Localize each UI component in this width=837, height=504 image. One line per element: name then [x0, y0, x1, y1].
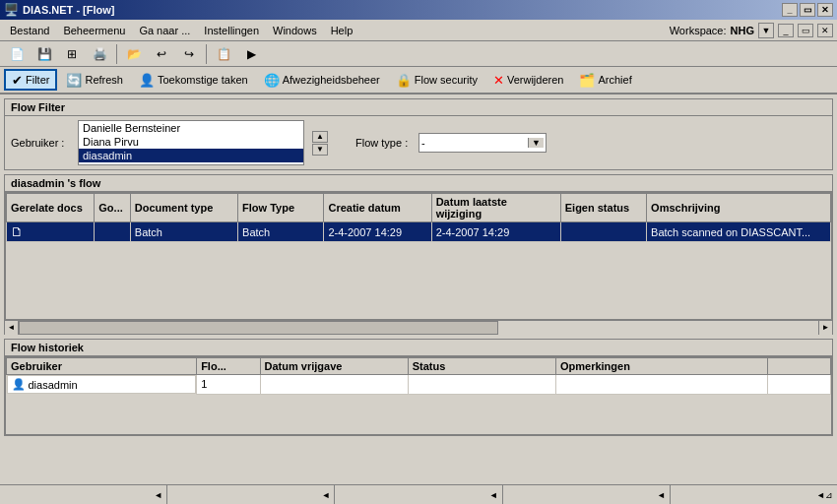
hist-col-status[interactable]: Status: [408, 358, 555, 375]
afwezigheid-label: Afwezigheidsbeheer: [283, 74, 380, 86]
history-header-row: Gebruiker Flo... Datum vrijgave Status O…: [7, 358, 831, 375]
hist-cell-flo: 1: [197, 375, 260, 395]
archief-icon: 🗂️: [579, 73, 595, 88]
hist-col-flo[interactable]: Flo...: [197, 358, 260, 375]
flow-security-icon: 🔒: [396, 73, 412, 88]
cell-omschrijving: Batch scanned on DIASSCANT...: [647, 222, 831, 242]
col-document-type[interactable]: Document type: [130, 194, 237, 222]
archief-button[interactable]: 🗂️ Archief: [572, 69, 638, 91]
filter-button[interactable]: ✔ Filter: [4, 69, 57, 91]
toolbar-forward[interactable]: ↪: [176, 43, 202, 65]
hscroll-left[interactable]: ◄: [5, 321, 19, 335]
user-option-2[interactable]: diasadmin: [79, 149, 303, 162]
history-header: Flow historiek: [5, 340, 832, 356]
scroll-down-button[interactable]: ▼: [312, 144, 328, 156]
flow-type-arrow: ▼: [528, 138, 544, 148]
hist-cell-datum: [260, 375, 408, 395]
restore-button[interactable]: ▭: [800, 3, 815, 17]
status-seg-5[interactable]: ◄ ⊿: [671, 485, 837, 504]
afwezigheid-icon: 🌐: [264, 73, 280, 88]
menu-windows[interactable]: Windows: [267, 23, 323, 38]
status-bar: ◄ ◄ ◄ ◄ ◄ ⊿: [0, 484, 837, 504]
menu-restore-button[interactable]: ▭: [798, 24, 813, 37]
col-flow-type[interactable]: Flow Type: [238, 194, 324, 222]
hist-cell-opmerkingen: [555, 375, 767, 395]
menu-bar: Bestand Beheermenu Ga naar ... Instellin…: [0, 20, 837, 41]
toekomstige-label: Toekomstige taken: [158, 74, 248, 86]
cell-go: [95, 222, 131, 242]
title-bar: 🖥️ DIAS.NET - [Flow] _ ▭ ✕: [0, 0, 837, 20]
verwijderen-button[interactable]: ✕ Verwijderen: [486, 69, 570, 91]
workspace-value: NHG: [731, 25, 754, 36]
menu-instellingen[interactable]: Instellingen: [198, 23, 265, 38]
toolbar-new[interactable]: 📄: [4, 43, 30, 65]
col-go[interactable]: Go...: [95, 194, 131, 222]
hist-cell-status: [408, 375, 555, 395]
hist-col-opmerkingen[interactable]: Opmerkingen: [555, 358, 767, 375]
menu-beheermenu[interactable]: Beheermenu: [57, 23, 131, 38]
refresh-label: Refresh: [85, 74, 123, 86]
flow-type-select[interactable]: - ▼: [418, 133, 547, 153]
status-arrow-4: ◄: [657, 490, 666, 500]
toolbar-print[interactable]: 🖨️: [87, 43, 112, 65]
menu-help[interactable]: Help: [325, 23, 359, 38]
menu-ga-naar[interactable]: Ga naar ...: [133, 23, 196, 38]
hscroll-thumb[interactable]: [19, 321, 498, 335]
gebruiker-select[interactable]: Danielle Bernsteiner Diana Pirvu diasadm…: [78, 120, 304, 165]
menu-close-button[interactable]: ✕: [817, 24, 833, 37]
hist-col-extra[interactable]: [767, 358, 830, 375]
hscroll-track[interactable]: [19, 321, 818, 335]
filter-icon: ✔: [12, 73, 23, 88]
status-seg-2[interactable]: ◄: [167, 485, 335, 504]
table-hscroll[interactable]: ◄ ►: [5, 320, 832, 334]
user-option-1[interactable]: Diana Pirvu: [79, 135, 303, 149]
flow-table-wrapper[interactable]: Gerelate docs Go... Document type Flow T…: [5, 192, 832, 320]
menu-minimize-button[interactable]: _: [778, 24, 794, 37]
hscroll-right[interactable]: ►: [818, 321, 832, 335]
refresh-button[interactable]: 🔄 Refresh: [59, 69, 130, 91]
history-row[interactable]: 👤 diasadmin 1: [7, 375, 831, 395]
archief-label: Archief: [598, 74, 631, 86]
flow-type-value: -: [421, 137, 425, 149]
filter-panel-header: Flow Filter: [5, 99, 832, 116]
col-creatie-datum[interactable]: Creatie datum: [324, 194, 431, 222]
status-seg-3[interactable]: ◄: [335, 485, 502, 504]
col-gerelate[interactable]: Gerelate docs: [7, 194, 95, 222]
toekomstige-button[interactable]: 👤 Toekomstige taken: [132, 69, 255, 91]
toolbar-open[interactable]: 📂: [121, 43, 147, 65]
toolbar: 📄 💾 ⊞ 🖨️ 📂 ↩ ↪ 📋 ▶: [0, 41, 837, 67]
col-eigen-status[interactable]: Eigen status: [560, 194, 646, 222]
toolbar-save[interactable]: 💾: [32, 43, 57, 65]
history-table: Gebruiker Flo... Datum vrijgave Status O…: [6, 357, 831, 395]
hist-col-gebruiker[interactable]: Gebruiker: [7, 358, 197, 375]
col-datum-laatste[interactable]: Datum laatstewijziging: [431, 194, 560, 222]
workspace-dropdown[interactable]: ▼: [758, 23, 774, 38]
col-omschrijving[interactable]: Omschrijving: [647, 194, 831, 222]
status-seg-4[interactable]: ◄: [503, 485, 671, 504]
toolbar-grid[interactable]: ⊞: [59, 43, 85, 65]
cell-creatie-datum: 2-4-2007 14:29: [324, 222, 431, 242]
status-seg-1[interactable]: ◄: [0, 485, 167, 504]
filter-panel: Flow Filter Gebruiker : Danielle Bernste…: [4, 98, 833, 170]
toolbar-back[interactable]: ↩: [149, 43, 174, 65]
user-option-0[interactable]: Danielle Bernsteiner: [79, 121, 303, 135]
scroll-up-button[interactable]: ▲: [312, 131, 328, 143]
extra2-icon: ▶: [243, 46, 259, 62]
close-button[interactable]: ✕: [817, 3, 833, 17]
verwijderen-label: Verwijderen: [507, 74, 563, 86]
history-panel: Flow historiek Gebruiker Flo... Datum vr…: [4, 339, 833, 436]
user-section-header: diasadmin 's flow: [5, 175, 832, 192]
toolbar-extra2[interactable]: ▶: [238, 43, 264, 65]
table-row[interactable]: 🗋 Batch Batch 2-4-2007 14:29 2-4-2007 14…: [7, 222, 831, 242]
hist-col-datum[interactable]: Datum vrijgave: [260, 358, 408, 375]
toolbar-extra1[interactable]: 📋: [211, 43, 236, 65]
main-content: Flow Filter Gebruiker : Danielle Bernste…: [0, 94, 837, 504]
history-table-wrapper[interactable]: Gebruiker Flo... Datum vrijgave Status O…: [5, 356, 832, 435]
minimize-button[interactable]: _: [782, 3, 798, 17]
table-header-row: Gerelate docs Go... Document type Flow T…: [7, 194, 831, 222]
new-icon: 📄: [9, 46, 25, 62]
flow-security-button[interactable]: 🔒 Flow security: [389, 69, 484, 91]
afwezigheid-button[interactable]: 🌐 Afwezigheidsbeheer: [257, 69, 387, 91]
menu-bestand[interactable]: Bestand: [4, 23, 55, 38]
status-arrow-5: ◄: [816, 490, 825, 500]
